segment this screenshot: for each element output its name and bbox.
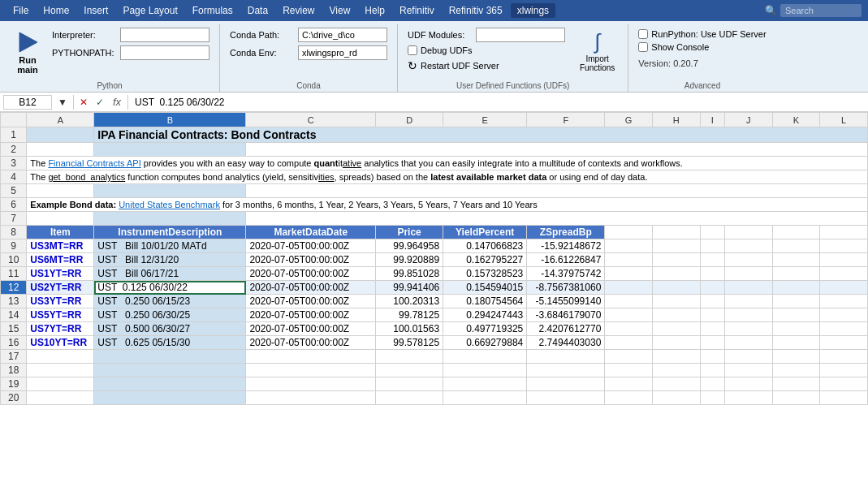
cell-f13[interactable]: -5.1455099140: [527, 295, 605, 308]
conda-env-input[interactable]: [298, 45, 387, 60]
cell-e13[interactable]: 0.180754564: [443, 295, 527, 308]
cell-d16[interactable]: 99.578125: [376, 336, 443, 350]
menu-view[interactable]: View: [323, 3, 357, 18]
cell-g9[interactable]: [605, 239, 653, 253]
cell-b1[interactable]: IPA Financial Contracts: Bond Contracts: [94, 127, 868, 143]
cell-b13[interactable]: UST 0.250 06/15/23: [94, 295, 246, 308]
col-header-e[interactable]: E: [443, 113, 527, 127]
pythonpath-input[interactable]: [120, 45, 209, 60]
cell-c13[interactable]: 2020-07-05T00:00:00Z: [246, 295, 376, 308]
udf-modules-input[interactable]: [476, 28, 565, 42]
cell-d11[interactable]: 99.851028: [376, 267, 443, 281]
menu-file[interactable]: File: [6, 3, 35, 18]
debug-udfs-checkbox[interactable]: [408, 45, 417, 55]
cell-f15[interactable]: 2.4207612770: [527, 322, 605, 336]
cell-b11[interactable]: UST Bill 06/17/21: [94, 267, 246, 281]
scroll-area[interactable]: A B C D E F G H I J K L 1: [0, 112, 868, 480]
cell-a9[interactable]: US3MT=RR: [27, 239, 94, 253]
cell-e12[interactable]: 0.154594015: [443, 281, 527, 295]
show-console-checkbox[interactable]: [638, 42, 648, 52]
col-header-h[interactable]: H: [652, 113, 700, 127]
cell-i8[interactable]: [700, 226, 724, 239]
cell-g8[interactable]: [605, 226, 653, 239]
col-header-b[interactable]: B: [94, 113, 246, 127]
cell-b10[interactable]: UST Bill 12/31/20: [94, 253, 246, 267]
cell-c10[interactable]: 2020-07-05T00:00:00Z: [246, 253, 376, 267]
cell-d15[interactable]: 100.01563: [376, 322, 443, 336]
cell-j8[interactable]: [724, 226, 772, 239]
cell-a10[interactable]: US6MT=RR: [27, 253, 94, 267]
cell-a13[interactable]: US3YT=RR: [27, 295, 94, 308]
cell-f9[interactable]: -15.92148672: [527, 239, 605, 253]
col-header-c[interactable]: C: [246, 113, 376, 127]
menu-review[interactable]: Review: [276, 3, 321, 18]
run-python-checkbox[interactable]: [638, 29, 648, 39]
cell-c11[interactable]: 2020-07-05T00:00:00Z: [246, 267, 376, 281]
cell-e14[interactable]: 0.294247443: [443, 308, 527, 322]
cell-l8[interactable]: [820, 226, 868, 239]
cell-a5[interactable]: [27, 184, 94, 198]
menu-xlwings[interactable]: xlwings: [511, 3, 555, 18]
cell-f11[interactable]: -14.37975742: [527, 267, 605, 281]
cell-b2[interactable]: [94, 143, 246, 157]
cell-d9[interactable]: 99.964958: [376, 239, 443, 253]
menu-refinitiv-365[interactable]: Refinitiv 365: [443, 3, 509, 18]
search-input[interactable]: [780, 4, 862, 17]
formula-input[interactable]: [132, 96, 865, 109]
formula-bar-expand[interactable]: ▼: [55, 97, 70, 108]
col-header-j[interactable]: J: [724, 113, 772, 127]
cell-d10[interactable]: 99.920889: [376, 253, 443, 267]
cell-c9[interactable]: 2020-07-05T00:00:00Z: [246, 239, 376, 253]
col-header-k[interactable]: K: [772, 113, 820, 127]
cell-b15[interactable]: UST 0.500 06/30/27: [94, 322, 246, 336]
menu-refinitiv[interactable]: Refinitiv: [393, 3, 441, 18]
menu-page-layout[interactable]: Page Layout: [116, 3, 184, 18]
cell-a7[interactable]: [27, 212, 94, 226]
cell-b16[interactable]: UST 0.625 05/15/30: [94, 336, 246, 350]
cell-e9[interactable]: 0.147066823: [443, 239, 527, 253]
run-main-button[interactable]: Runmain: [10, 28, 45, 76]
confirm-formula-button[interactable]: ✓: [93, 97, 106, 108]
cell-e8[interactable]: YieldPercent: [443, 226, 527, 239]
col-header-a[interactable]: A: [27, 113, 94, 127]
cell-e11[interactable]: 0.157328523: [443, 267, 527, 281]
menu-help[interactable]: Help: [358, 3, 391, 18]
cell-a4[interactable]: The get_bond_analytics function computes…: [27, 170, 868, 184]
cell-b14[interactable]: UST 0.250 06/30/25: [94, 308, 246, 322]
cell-f14[interactable]: -3.6846179070: [527, 308, 605, 322]
menu-data[interactable]: Data: [241, 3, 274, 18]
col-header-d[interactable]: D: [376, 113, 443, 127]
cell-f8[interactable]: ZSpreadBp: [527, 226, 605, 239]
cell-a14[interactable]: US5YT=RR: [27, 308, 94, 322]
cell-c16[interactable]: 2020-07-05T00:00:00Z: [246, 336, 376, 350]
cell-f16[interactable]: 2.7494403030: [527, 336, 605, 350]
col-header-i[interactable]: I: [700, 113, 724, 127]
cancel-formula-button[interactable]: ✕: [77, 97, 90, 108]
cell-d8[interactable]: Price: [376, 226, 443, 239]
cell-a16[interactable]: US10YT=RR: [27, 336, 94, 350]
cell-b12[interactable]: UST 0.125 06/30/22: [94, 281, 246, 295]
cell-a8[interactable]: Item: [27, 226, 94, 239]
col-header-f[interactable]: F: [527, 113, 605, 127]
cell-a12[interactable]: US2YT=RR: [27, 281, 94, 295]
col-header-l[interactable]: L: [820, 113, 868, 127]
cell-d12[interactable]: 99.941406: [376, 281, 443, 295]
cell-b8[interactable]: InstrumentDescription: [94, 226, 246, 239]
cell-h8[interactable]: [652, 226, 700, 239]
cell-a6[interactable]: Example Bond data: United States Benchma…: [27, 198, 868, 212]
cell-e15[interactable]: 0.497719325: [443, 322, 527, 336]
cell-c15[interactable]: 2020-07-05T00:00:00Z: [246, 322, 376, 336]
cell-f12[interactable]: -8.7567381060: [527, 281, 605, 295]
cell-e10[interactable]: 0.162795227: [443, 253, 527, 267]
cell-a2[interactable]: [27, 143, 94, 157]
cell-b7[interactable]: [94, 212, 246, 226]
cell-a3[interactable]: The Financial Contracts API provides you…: [27, 157, 868, 170]
cell-a15[interactable]: US7YT=RR: [27, 322, 94, 336]
cell-a1[interactable]: [27, 127, 94, 143]
cell-a11[interactable]: US1YT=RR: [27, 267, 94, 281]
cell-c14[interactable]: 2020-07-05T00:00:00Z: [246, 308, 376, 322]
cell-c12[interactable]: 2020-07-05T00:00:00Z: [246, 281, 376, 295]
cell-b5[interactable]: [94, 184, 246, 198]
cell-d13[interactable]: 100.20313: [376, 295, 443, 308]
restart-udf-button[interactable]: ↻ Restart UDF Server: [408, 58, 565, 73]
